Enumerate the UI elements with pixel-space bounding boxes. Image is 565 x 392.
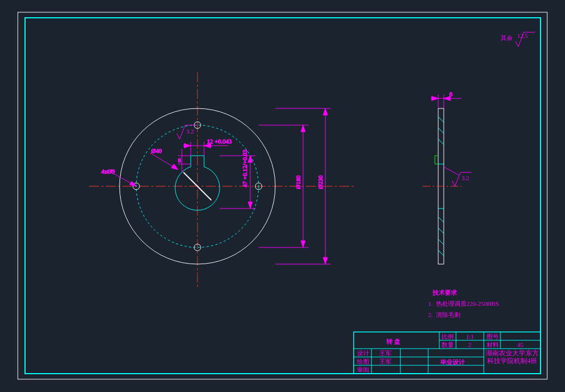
svg-line-43 xyxy=(438,250,444,256)
svg-marker-3 xyxy=(323,108,328,115)
general-surface-finish: 其余 12.5 xyxy=(500,32,535,47)
drawn-name: 王军 xyxy=(379,358,391,365)
qty-label: 数量 xyxy=(442,341,454,348)
svg-marker-24 xyxy=(171,164,178,170)
qty-value: 2 xyxy=(468,341,472,348)
svg-marker-8 xyxy=(301,125,305,132)
finish-side: 3.2 xyxy=(444,167,472,186)
tech-title: 技术要求 xyxy=(432,289,458,296)
school: 湖南农业大学东方科技学院机制4班 xyxy=(485,349,539,365)
front-view: Ø230 Ø180 47 +0.12/+0.03 12 +0.0 xyxy=(89,72,356,289)
dim-holes: 4xØ9 xyxy=(101,168,136,186)
svg-line-35 xyxy=(444,167,459,175)
svg-marker-33 xyxy=(432,96,438,101)
surface-note-label: 其余 xyxy=(500,34,513,41)
tech-line2-txt: 清除毛刺 xyxy=(436,311,460,318)
svg-line-37 xyxy=(438,117,444,122)
title-block: 转 盘 比例 1:1 图号 数量 2 材料 45 设计 王军 绘图 王军 审阅 … xyxy=(354,332,541,374)
svg-marker-26 xyxy=(130,181,136,186)
dim-bore-dia-text: Ø40 xyxy=(151,147,162,154)
dim-key-width-text: 12 +0.043 xyxy=(207,138,232,145)
material-label: 材料 xyxy=(486,341,499,348)
dim-pcd: Ø180 xyxy=(259,125,309,247)
part-name: 转 盘 xyxy=(386,338,400,345)
scale-label: 比例 xyxy=(442,333,454,340)
surface-note-value: 12.5 xyxy=(517,32,528,39)
side-view: 6 3.2 xyxy=(423,91,472,264)
tech-line1-no: 1. xyxy=(428,300,433,307)
technical-requirements: 技术要求 1. 热处理调质220-250HBS 2. 清除毛刺 xyxy=(428,289,499,318)
dim-key-height-text: 8 xyxy=(178,157,181,163)
material-value: 45 xyxy=(517,341,524,348)
svg-line-42 xyxy=(438,239,444,245)
sheet-outer-frame xyxy=(18,12,547,379)
scale-value: 1:1 xyxy=(466,333,474,340)
dim-thickness-text: 6 xyxy=(449,91,453,97)
design-name: 王军 xyxy=(379,350,391,356)
svg-marker-14 xyxy=(248,202,252,209)
sheet-inner-frame xyxy=(25,18,541,374)
design-label: 设计 xyxy=(357,350,369,356)
keyway-notch xyxy=(435,156,438,164)
drawing-no-label: 图号 xyxy=(487,333,499,340)
finish-side-text: 3.2 xyxy=(462,175,469,181)
drawn-label: 绘图 xyxy=(357,358,369,365)
svg-marker-4 xyxy=(323,257,328,264)
svg-marker-13 xyxy=(248,156,252,162)
dim-bore-tol: 47 +0.12/+0.03 xyxy=(220,150,256,209)
cad-drawing: Ø230 Ø180 47 +0.12/+0.03 12 +0.0 xyxy=(0,0,565,392)
finish-top-text: 3.2 xyxy=(186,128,194,135)
dim-pcd-text: Ø180 xyxy=(295,175,301,189)
dim-key-height: 8 xyxy=(178,149,191,172)
svg-line-40 xyxy=(438,217,444,222)
svg-line-41 xyxy=(438,228,444,234)
svg-line-39 xyxy=(438,139,444,145)
dim-holes-text: 4xØ9 xyxy=(101,168,115,175)
tech-line2-no: 2. xyxy=(428,311,433,318)
dim-key-width: 12 +0.043 xyxy=(184,138,232,156)
svg-line-38 xyxy=(438,128,444,133)
finish-top: 3.2 xyxy=(177,125,196,139)
dim-bore-tol-text: 47 +0.12/+0.03 xyxy=(241,150,248,187)
dim-bore-dia: Ø40 xyxy=(150,147,178,170)
dim-outer-dia-text: Ø230 xyxy=(317,175,324,189)
svg-marker-18 xyxy=(184,143,191,148)
project: 毕业设计 xyxy=(440,359,465,365)
check-label: 审阅 xyxy=(357,366,369,373)
dim-thickness: 6 xyxy=(431,91,462,108)
tech-line1-txt: 热处理调质220-250HBS xyxy=(436,300,499,307)
svg-marker-9 xyxy=(301,241,305,247)
